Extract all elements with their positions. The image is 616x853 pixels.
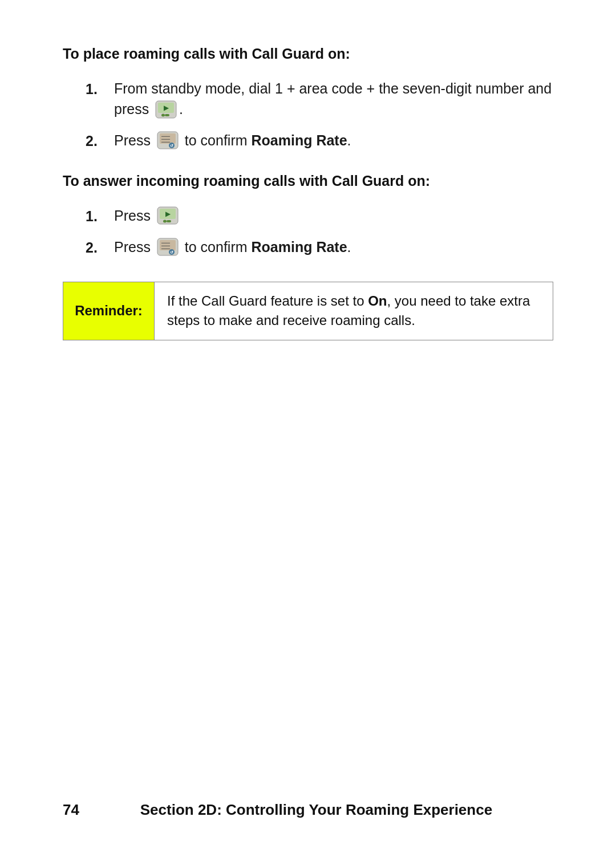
menu-confirm-icon: ━━━━━ ━━━━━ ━━━━━ ↺ xyxy=(157,131,179,149)
step-text: From standby mode, dial 1 + area code + … xyxy=(114,78,553,120)
svg-rect-16 xyxy=(167,220,171,222)
step-text-middle: to confirm xyxy=(181,239,252,255)
page-content: To place roaming calls with Call Guard o… xyxy=(0,0,616,386)
step-text: Press ▶ xyxy=(114,205,553,226)
step-number: 2. xyxy=(86,237,114,258)
list-item: 2. Press ━━━━━ ━━━━━ ━━━━━ ↺ to confirm … xyxy=(86,130,553,151)
svg-text:━━━━━: ━━━━━ xyxy=(161,140,171,144)
step-text-before: Press xyxy=(114,132,155,148)
step-period: . xyxy=(179,101,183,117)
section1-heading: To place roaming calls with Call Guard o… xyxy=(63,46,553,62)
svg-rect-4 xyxy=(165,114,169,116)
svg-text:↺: ↺ xyxy=(170,250,173,254)
step-text-bold: Roaming Rate xyxy=(252,239,347,255)
footer-page-number: 74 xyxy=(63,801,79,819)
svg-text:↺: ↺ xyxy=(170,144,173,148)
svg-text:━━━━━: ━━━━━ xyxy=(161,247,171,250)
step-period: . xyxy=(347,239,351,255)
phone-icon: ▶ xyxy=(157,206,179,225)
step-text-middle: to confirm xyxy=(181,132,252,148)
reminder-bold: On xyxy=(368,293,387,308)
step-text: Press ━━━━━ ━━━━━ ━━━━━ ↺ to confirm Roa… xyxy=(114,130,553,151)
svg-point-3 xyxy=(161,113,165,116)
step-number: 2. xyxy=(86,130,114,151)
footer-section-title: Section 2D: Controlling Your Roaming Exp… xyxy=(79,801,553,819)
list-item: 2. Press ━━━━━ ━━━━━ ━━━━━ ↺ to confirm … xyxy=(86,237,553,258)
section1-steps: 1. From standby mode, dial 1 + area code… xyxy=(86,78,553,151)
step-number: 1. xyxy=(86,78,114,99)
step-number: 1. xyxy=(86,205,114,226)
svg-point-15 xyxy=(163,220,167,223)
step-text: Press ━━━━━ ━━━━━ ━━━━━ ↺ to confirm Roa… xyxy=(114,237,553,257)
phone-icon: ▶ xyxy=(155,100,177,119)
section2-heading: To answer incoming roaming calls with Ca… xyxy=(63,173,553,189)
step-period: . xyxy=(347,132,351,148)
step-text-before: Press xyxy=(114,239,155,255)
menu-confirm-icon: ━━━━━ ━━━━━ ━━━━━ ↺ xyxy=(157,238,179,256)
section2-steps: 1. Press ▶ 2. Press xyxy=(86,205,553,258)
step-text-bold: Roaming Rate xyxy=(252,132,347,148)
reminder-box: Reminder: If the Call Guard feature is s… xyxy=(63,282,553,341)
reminder-content: If the Call Guard feature is set to On, … xyxy=(155,282,553,340)
reminder-text: If the Call Guard feature is set to On, … xyxy=(167,291,540,331)
reminder-label: Reminder: xyxy=(63,282,155,340)
list-item: 1. From standby mode, dial 1 + area code… xyxy=(86,78,553,120)
list-item: 1. Press ▶ xyxy=(86,205,553,226)
step-text-before: Press xyxy=(114,208,155,224)
page-footer: 74 Section 2D: Controlling Your Roaming … xyxy=(0,801,616,819)
